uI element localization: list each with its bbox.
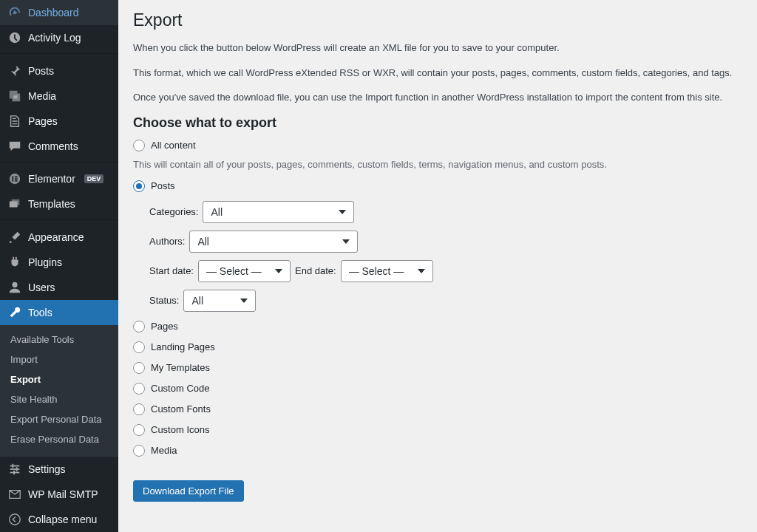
- wrench-icon: [7, 306, 22, 319]
- svg-rect-4: [15, 180, 18, 182]
- option-label: Pages: [151, 321, 178, 332]
- sidebar-item-label: WP Mail SMTP: [28, 488, 98, 500]
- option-posts[interactable]: Posts: [133, 180, 742, 192]
- download-export-button[interactable]: Download Export File: [133, 480, 244, 502]
- sidebar-item-pages[interactable]: Pages: [0, 109, 118, 134]
- media-icon: [7, 89, 22, 103]
- sidebar-item-media[interactable]: Media: [0, 83, 118, 109]
- sidebar-item-users[interactable]: Users: [0, 275, 118, 300]
- svg-rect-2: [15, 177, 18, 178]
- submenu-import[interactable]: Import: [0, 349, 118, 369]
- sidebar-item-label: Dashboard: [28, 7, 79, 18]
- submenu-export-personal-data[interactable]: Export Personal Data: [0, 409, 118, 429]
- sidebar-item-wpmailsmtp[interactable]: WP Mail SMTP: [0, 482, 118, 507]
- option-label: All content: [151, 140, 196, 151]
- filter-categories: Categories: All: [149, 201, 742, 223]
- end-date-select[interactable]: — Select —: [341, 260, 433, 282]
- submenu-available-tools[interactable]: Available Tools: [0, 330, 118, 349]
- option-custom-fonts[interactable]: Custom Fonts: [133, 403, 742, 415]
- sidebar-item-label: Posts: [28, 65, 54, 77]
- option-custom-icons[interactable]: Custom Icons: [133, 424, 742, 436]
- radio-pages[interactable]: [133, 321, 145, 332]
- radio-my-templates[interactable]: [133, 362, 145, 374]
- submenu-export[interactable]: Export: [0, 369, 118, 389]
- sidebar-item-label: Pages: [28, 115, 58, 127]
- radio-custom-fonts[interactable]: [133, 403, 145, 415]
- intro-p1: When you click the button below WordPres…: [133, 41, 742, 55]
- sidebar-item-templates[interactable]: Templates: [0, 191, 118, 216]
- option-my-templates[interactable]: My Templates: [133, 362, 742, 374]
- settings-icon: [7, 463, 22, 476]
- option-label: Custom Fonts: [151, 403, 211, 415]
- sidebar-item-label: Comments: [28, 140, 78, 152]
- submenu-site-health[interactable]: Site Health: [0, 389, 118, 409]
- intro-text: When you click the button below WordPres…: [133, 41, 742, 105]
- user-icon: [7, 281, 22, 294]
- page-title: Export: [133, 10, 742, 30]
- svg-rect-1: [12, 177, 13, 182]
- option-media[interactable]: Media: [133, 445, 742, 457]
- authors-label: Authors:: [149, 236, 185, 247]
- admin-sidebar: Dashboard Activity Log Posts Media Pages…: [0, 0, 118, 532]
- svg-point-7: [12, 282, 17, 287]
- sidebar-item-label: Templates: [28, 198, 75, 210]
- mail-icon: [7, 488, 22, 501]
- submenu-erase-personal-data[interactable]: Erase Personal Data: [0, 429, 118, 449]
- sidebar-item-label: Settings: [28, 463, 66, 475]
- intro-p3: Once you've saved the download file, you…: [133, 90, 742, 105]
- svg-rect-13: [13, 471, 15, 474]
- authors-select[interactable]: All: [189, 231, 358, 253]
- brush-icon: [7, 231, 22, 244]
- sidebar-item-appearance[interactable]: Appearance: [0, 225, 118, 250]
- filter-dates: Start date: — Select — End date: — Selec…: [149, 260, 742, 282]
- svg-rect-8: [10, 466, 20, 467]
- sidebar-collapse[interactable]: Collapse menu: [0, 507, 118, 532]
- pages-icon: [7, 115, 22, 128]
- sidebar-item-dashboard[interactable]: Dashboard: [0, 0, 118, 25]
- svg-rect-9: [10, 468, 20, 470]
- export-main: Export When you click the button below W…: [118, 0, 757, 532]
- sidebar-item-settings[interactable]: Settings: [0, 457, 118, 482]
- sidebar-item-comments[interactable]: Comments: [0, 134, 118, 159]
- option-label: My Templates: [151, 362, 210, 373]
- categories-select[interactable]: All: [203, 201, 354, 223]
- radio-landing-pages[interactable]: [133, 341, 145, 353]
- sidebar-item-posts[interactable]: Posts: [0, 58, 118, 83]
- option-pages[interactable]: Pages: [133, 321, 742, 332]
- radio-custom-icons[interactable]: [133, 424, 145, 436]
- sidebar-item-plugins[interactable]: Plugins: [0, 250, 118, 275]
- tools-submenu: Available Tools Import Export Site Healt…: [0, 325, 118, 457]
- svg-rect-11: [12, 464, 13, 468]
- svg-rect-6: [12, 200, 20, 205]
- filter-authors: Authors: All: [149, 231, 742, 253]
- option-label: Custom Code: [151, 383, 209, 394]
- sidebar-item-tools[interactable]: Tools: [0, 300, 118, 325]
- option-label: Posts: [151, 180, 175, 191]
- svg-rect-12: [16, 467, 18, 471]
- dashboard-icon: [7, 6, 22, 19]
- option-custom-code[interactable]: Custom Code: [133, 383, 742, 395]
- sidebar-item-label: Activity Log: [28, 32, 81, 44]
- option-label: Landing Pages: [151, 341, 215, 352]
- radio-all-content[interactable]: [133, 140, 145, 151]
- status-label: Status:: [149, 295, 179, 306]
- svg-rect-3: [15, 178, 18, 180]
- radio-custom-code[interactable]: [133, 383, 145, 395]
- radio-posts[interactable]: [133, 180, 145, 192]
- filter-status: Status: All: [149, 290, 742, 312]
- option-label: Media: [151, 445, 177, 456]
- sidebar-item-label: Appearance: [28, 231, 84, 243]
- option-all-content[interactable]: All content: [133, 140, 742, 151]
- collapse-icon: [7, 513, 22, 526]
- option-landing-pages[interactable]: Landing Pages: [133, 341, 742, 353]
- radio-media[interactable]: [133, 445, 145, 457]
- posts-filters: Categories: All Authors: All Start date:…: [149, 201, 742, 312]
- elementor-icon: [7, 172, 22, 185]
- status-select[interactable]: All: [183, 290, 256, 312]
- templates-icon: [7, 197, 22, 211]
- sidebar-item-activity-log[interactable]: Activity Log: [0, 25, 118, 50]
- menu-separator: [0, 162, 118, 164]
- start-date-select[interactable]: — Select —: [198, 260, 291, 282]
- sidebar-item-label: Collapse menu: [28, 514, 97, 525]
- sidebar-item-elementor[interactable]: Elementor DEV: [0, 166, 118, 191]
